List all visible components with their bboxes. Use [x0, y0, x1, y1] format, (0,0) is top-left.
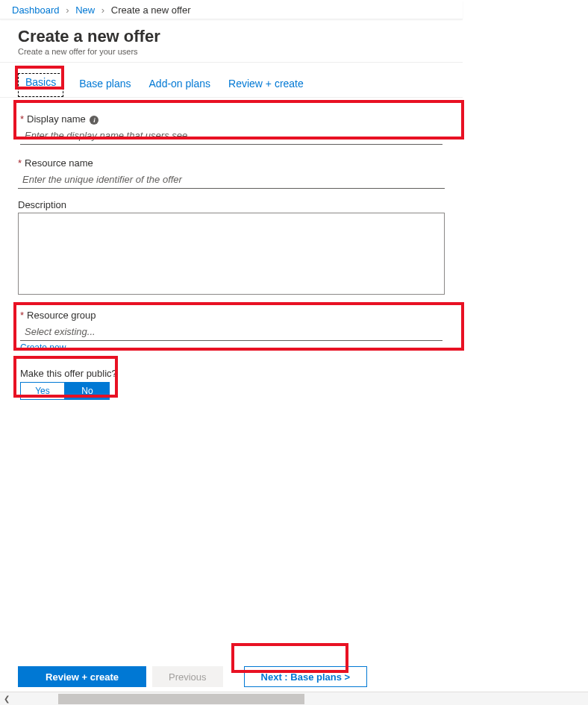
- description-label: Description: [18, 199, 445, 210]
- scroll-left-icon[interactable]: ❮: [0, 692, 13, 706]
- form-body: *Display name i *Resource name Descripti…: [0, 98, 463, 402]
- make-public-toggle: Yes No: [20, 382, 442, 400]
- footer-actions: Review + create Previous Next : Base pla…: [0, 666, 463, 687]
- resource-name-input[interactable]: [18, 171, 445, 189]
- description-input[interactable]: [18, 213, 445, 295]
- toggle-no[interactable]: No: [65, 382, 110, 400]
- breadcrumb-dashboard[interactable]: Dashboard: [12, 4, 60, 16]
- field-make-public: Make this offer public? Yes No: [18, 366, 445, 402]
- page-title: Create a new offer: [18, 27, 451, 46]
- field-resource-name: *Resource name: [18, 157, 445, 189]
- display-name-label: *Display name i: [20, 113, 442, 125]
- field-resource-group: *Resource group Create new: [18, 307, 445, 355]
- page-subtitle: Create a new offer for your users: [18, 47, 451, 56]
- next-button[interactable]: Next : Base plans >: [244, 666, 368, 687]
- breadcrumb-new[interactable]: New: [75, 4, 95, 16]
- scroll-right-icon[interactable]: [575, 692, 588, 706]
- field-description: Description: [18, 199, 445, 297]
- horizontal-scrollbar[interactable]: ❮: [0, 692, 588, 705]
- info-icon[interactable]: i: [90, 116, 98, 125]
- tabs: Basics Base plans Add-on plans Review + …: [0, 63, 463, 98]
- field-display-name: *Display name i: [18, 111, 445, 147]
- scrollbar-thumb[interactable]: [58, 694, 304, 704]
- tab-addon-plans[interactable]: Add-on plans: [147, 73, 213, 97]
- page-header: Create a new offer Create a new offer fo…: [0, 19, 463, 63]
- make-public-label: Make this offer public?: [20, 368, 442, 379]
- breadcrumb-current: Create a new offer: [111, 4, 191, 16]
- tab-review-create[interactable]: Review + create: [226, 73, 306, 97]
- resource-group-label: *Resource group: [20, 310, 442, 321]
- breadcrumb: Dashboard › New › Create a new offer: [0, 0, 463, 19]
- resource-name-label: *Resource name: [18, 157, 445, 169]
- breadcrumb-separator: ›: [101, 4, 104, 16]
- review-create-button[interactable]: Review + create: [18, 666, 146, 687]
- create-new-link[interactable]: Create new: [20, 342, 66, 353]
- display-name-input[interactable]: [20, 127, 442, 145]
- toggle-yes[interactable]: Yes: [20, 382, 65, 400]
- tab-basics[interactable]: Basics: [18, 73, 63, 97]
- resource-group-select[interactable]: [20, 323, 442, 341]
- previous-button: Previous: [152, 666, 223, 687]
- tab-base-plans[interactable]: Base plans: [77, 73, 133, 97]
- breadcrumb-separator: ›: [66, 4, 69, 16]
